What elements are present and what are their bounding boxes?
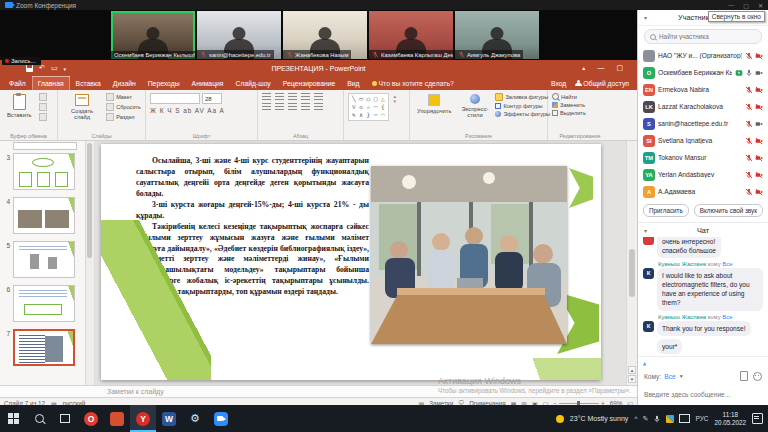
- next-slide-button[interactable]: ▼: [628, 375, 636, 383]
- slideshow-icon[interactable]: [51, 64, 58, 72]
- opera-icon[interactable]: O: [78, 405, 104, 432]
- text-direction-icon[interactable]: [314, 93, 323, 100]
- maximize-button[interactable]: ▢: [743, 2, 749, 9]
- bullets-icon[interactable]: [262, 93, 271, 100]
- font-name-input[interactable]: [150, 93, 200, 104]
- shapes-gallery[interactable]: ╲ ▭ ○ □ △ ▽ ◇ ☆ ⌒ { ✎ ∧ } ─ ◠ ▲▼: [344, 90, 410, 140]
- chevron-down-icon[interactable]: ▾: [644, 14, 647, 21]
- ribbon-tab-файл[interactable]: Файл: [3, 76, 32, 90]
- task-view-button[interactable]: [52, 405, 78, 432]
- ribbon-tab-вставка[interactable]: Вставка: [70, 76, 107, 90]
- ribbon-tab-анимация[interactable]: Анимация: [186, 76, 230, 90]
- pen-icon[interactable]: ✎: [643, 415, 649, 423]
- chat-messages[interactable]: очень интересно! спасибо большоеКуаныш Ж…: [638, 237, 768, 356]
- ribbon-tab-слайд-шоу[interactable]: Слайд-шоу: [230, 76, 277, 90]
- slide-canvas[interactable]: Осылайша, 3-ші және 4-ші курс студенттер…: [101, 144, 601, 380]
- participant-row[interactable]: EN Ermekova Nabira: [638, 81, 768, 98]
- new-slide-button[interactable]: Создать слайд: [62, 93, 102, 122]
- notes-pane[interactable]: Заметки к слайду: [0, 385, 637, 397]
- word-icon[interactable]: W: [156, 405, 182, 432]
- slide-thumbnail[interactable]: [13, 142, 77, 150]
- ppt-restore-button[interactable]: [616, 64, 623, 72]
- video-tile[interactable]: sanin@hacettepe.edu.tr: [197, 11, 281, 59]
- emoji-icon[interactable]: [753, 372, 762, 381]
- weather-widget[interactable]: 23°C Mostly sunny: [570, 415, 628, 422]
- participant-row[interactable]: НАО "ЖУ и... (Организатор): [638, 47, 768, 64]
- settings-icon[interactable]: ⚙: [182, 405, 208, 432]
- recipient-select[interactable]: Все: [664, 373, 675, 380]
- taskbar-clock[interactable]: 11:18 20.05.2022: [714, 411, 746, 426]
- ribbon-options-button[interactable]: [582, 64, 585, 72]
- participant-search[interactable]: [644, 29, 762, 44]
- chevron-down-icon[interactable]: ▾: [644, 227, 647, 234]
- previous-slide-button[interactable]: ▲: [628, 366, 636, 374]
- shapes-row[interactable]: ╲ ▭ ○ □ △: [352, 95, 385, 103]
- chat-input[interactable]: [644, 391, 759, 398]
- replace-button[interactable]: Заменить: [552, 102, 586, 108]
- font-buttons[interactable]: Ж К Ч S ab AV Aa A: [150, 107, 225, 114]
- slide-thumbnail[interactable]: 5: [2, 241, 85, 278]
- yandex-browser-icon[interactable]: Y: [130, 405, 156, 432]
- ribbon-tab-дизайн[interactable]: Дизайн: [107, 76, 142, 90]
- red-app-icon[interactable]: [104, 405, 130, 432]
- ribbon-tab-рецензирование[interactable]: Рецензирование: [277, 76, 341, 90]
- tray-expand-icon[interactable]: ^: [634, 415, 637, 422]
- participant-row[interactable]: TM Tokanov Mansur: [638, 149, 768, 166]
- action-center-icon[interactable]: [752, 413, 763, 424]
- participant-row[interactable]: A А.Адамаева: [638, 183, 768, 200]
- video-tile[interactable]: Аимгуль Джакупова: [455, 11, 539, 59]
- mic-icon[interactable]: [653, 415, 661, 423]
- participant-row[interactable]: YA Yerlan Andasbayev: [638, 166, 768, 183]
- justify-icon[interactable]: [301, 103, 310, 110]
- shape-outline-button[interactable]: Контур фигуры: [495, 103, 550, 109]
- paste-button[interactable]: Вставить: [4, 93, 35, 119]
- zoom-app-icon[interactable]: [208, 405, 234, 432]
- columns-icon[interactable]: [314, 103, 323, 110]
- shape-fill-button[interactable]: Заливка фигуры: [495, 93, 550, 101]
- minimize-button[interactable]: —: [728, 2, 734, 9]
- line-spacing-icon[interactable]: [301, 93, 310, 100]
- participant-row[interactable]: О Оскембаев Берикжан Кыл...: [638, 64, 768, 81]
- tell-me-box[interactable]: Что вы хотите сделать?: [372, 76, 454, 90]
- layout-button[interactable]: Макет: [106, 93, 141, 101]
- video-tile[interactable]: Жанабекова Назым: [283, 11, 367, 59]
- shape-effects-button[interactable]: Эффекты фигуры: [495, 111, 550, 117]
- find-button[interactable]: Найти: [552, 93, 586, 100]
- align-center-icon[interactable]: [275, 103, 284, 110]
- ribbon-tab-переходы[interactable]: Переходы: [142, 76, 186, 90]
- section-button[interactable]: Раздел: [106, 113, 141, 121]
- indent-icon[interactable]: [288, 93, 297, 100]
- thumbnail-scrollbar[interactable]: [86, 141, 95, 385]
- select-button[interactable]: Выделить: [552, 110, 586, 116]
- video-tile[interactable]: Оскембаев Берикжан Кылышба...: [111, 11, 195, 59]
- ribbon-tab-вид[interactable]: Вид: [341, 76, 365, 90]
- slide-thumbnail[interactable]: 4: [2, 197, 85, 234]
- close-button[interactable]: ✕: [758, 2, 763, 9]
- shapes-row[interactable]: ✎ ∧ } ─ ◠: [352, 111, 385, 119]
- qat-customize-icon[interactable]: [64, 65, 67, 72]
- colors-icon[interactable]: [666, 415, 674, 423]
- search-input[interactable]: [659, 33, 756, 40]
- slide-scrollbar[interactable]: ▲ ▼: [626, 141, 637, 385]
- participant-row[interactable]: S sanin@hacettepe.edu.tr: [638, 115, 768, 132]
- undo-icon[interactable]: [39, 64, 45, 72]
- align-left-icon[interactable]: [262, 103, 271, 110]
- save-icon[interactable]: [26, 65, 33, 72]
- ppt-minimize-button[interactable]: [597, 64, 604, 72]
- search-button[interactable]: [26, 405, 52, 432]
- language-switcher[interactable]: РУС: [695, 415, 708, 422]
- shapes-row[interactable]: ▽ ◇ ☆ ⌒ {: [352, 103, 385, 111]
- numbering-icon[interactable]: [275, 93, 284, 100]
- participant-row[interactable]: SI Svetlana Ignatjeva: [638, 132, 768, 149]
- format-painter-icon[interactable]: [39, 113, 47, 121]
- invite-button[interactable]: Пригласить: [643, 204, 689, 217]
- quick-styles-button[interactable]: Экспресс-стили: [459, 93, 492, 120]
- cut-icon[interactable]: [39, 93, 47, 101]
- attach-file-icon[interactable]: [740, 371, 748, 381]
- unmute-button[interactable]: Включить свой звук: [694, 204, 763, 217]
- slide-thumbnail[interactable]: 6: [2, 285, 85, 322]
- align-right-icon[interactable]: [288, 103, 297, 110]
- copy-icon[interactable]: [39, 103, 47, 111]
- display-icon[interactable]: [679, 414, 690, 423]
- share-button[interactable]: Общий доступ: [575, 80, 629, 87]
